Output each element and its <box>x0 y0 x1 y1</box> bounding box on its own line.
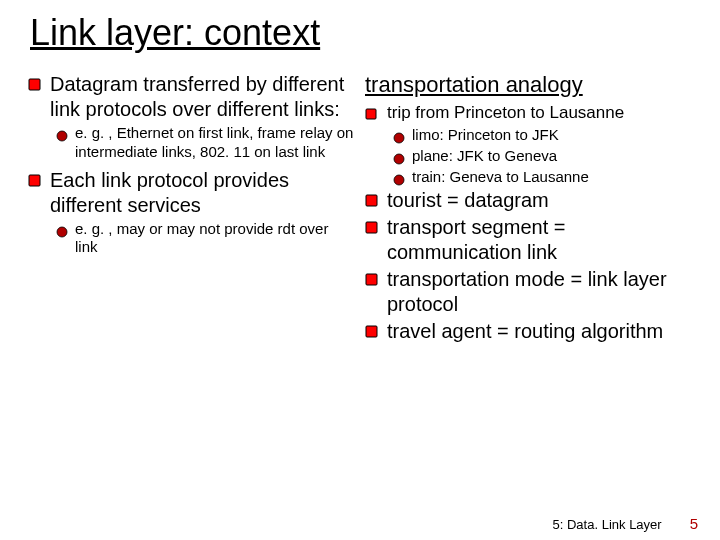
sub-list-text: e. g. , Ethernet on first link, frame re… <box>75 124 355 162</box>
list-text: transport segment = communication link <box>387 215 692 265</box>
list-text: transportation mode = link layer protoco… <box>387 267 692 317</box>
list-item: trip from Princeton to Lausanne <box>365 102 692 124</box>
circle-bullet-icon <box>393 172 406 185</box>
circle-bullet-icon <box>56 128 69 141</box>
svg-rect-9 <box>366 222 377 233</box>
svg-point-7 <box>394 175 404 185</box>
slide: Link layer: context Datagram transferred… <box>0 0 720 346</box>
svg-point-3 <box>57 227 67 237</box>
square-bullet-icon <box>365 273 381 289</box>
square-bullet-icon <box>365 194 381 210</box>
footer-page-number: 5 <box>690 515 698 532</box>
list-text: travel agent = routing algorithm <box>387 319 663 344</box>
square-bullet-icon <box>365 221 381 237</box>
circle-bullet-icon <box>393 151 406 164</box>
list-text: Each link protocol provides different se… <box>50 168 355 218</box>
svg-point-6 <box>394 154 404 164</box>
list-item: Datagram transferred by different link p… <box>28 72 355 122</box>
svg-point-1 <box>57 131 67 141</box>
svg-rect-11 <box>366 326 377 337</box>
square-bullet-icon <box>365 108 381 124</box>
svg-rect-0 <box>29 79 40 90</box>
square-bullet-icon <box>28 78 44 94</box>
list-item: Each link protocol provides different se… <box>28 168 355 218</box>
circle-bullet-icon <box>56 224 69 237</box>
list-item: travel agent = routing algorithm <box>365 319 692 344</box>
sub-list-text: train: Geneva to Lausanne <box>412 168 589 187</box>
list-text: trip from Princeton to Lausanne <box>387 102 624 123</box>
list-item: transportation mode = link layer protoco… <box>365 267 692 317</box>
square-bullet-icon <box>28 174 44 190</box>
footer: 5: Data. Link Layer 5 <box>553 515 698 532</box>
list-text: tourist = datagram <box>387 188 549 213</box>
sub-list-item: e. g. , Ethernet on first link, frame re… <box>56 124 355 162</box>
svg-rect-10 <box>366 274 377 285</box>
left-column: Datagram transferred by different link p… <box>28 72 355 346</box>
circle-bullet-icon <box>393 130 406 143</box>
right-column: transportation analogy trip from Princet… <box>365 72 692 346</box>
columns: Datagram transferred by different link p… <box>28 72 692 346</box>
svg-rect-2 <box>29 175 40 186</box>
sub-list-item: train: Geneva to Lausanne <box>393 168 692 187</box>
square-bullet-icon <box>365 325 381 341</box>
svg-rect-8 <box>366 195 377 206</box>
slide-title: Link layer: context <box>30 12 692 54</box>
sub-list-text: plane: JFK to Geneva <box>412 147 557 166</box>
sub-list-text: e. g. , may or may not provide rdt over … <box>75 220 355 258</box>
sub-list-item: plane: JFK to Geneva <box>393 147 692 166</box>
analogy-heading: transportation analogy <box>365 72 692 98</box>
sub-list-item: e. g. , may or may not provide rdt over … <box>56 220 355 258</box>
sub-list-text: limo: Princeton to JFK <box>412 126 559 145</box>
svg-rect-4 <box>366 109 376 119</box>
list-item: tourist = datagram <box>365 188 692 213</box>
list-item: transport segment = communication link <box>365 215 692 265</box>
footer-chapter: 5: Data. Link Layer <box>553 517 662 532</box>
list-text: Datagram transferred by different link p… <box>50 72 355 122</box>
svg-point-5 <box>394 133 404 143</box>
sub-list-item: limo: Princeton to JFK <box>393 126 692 145</box>
